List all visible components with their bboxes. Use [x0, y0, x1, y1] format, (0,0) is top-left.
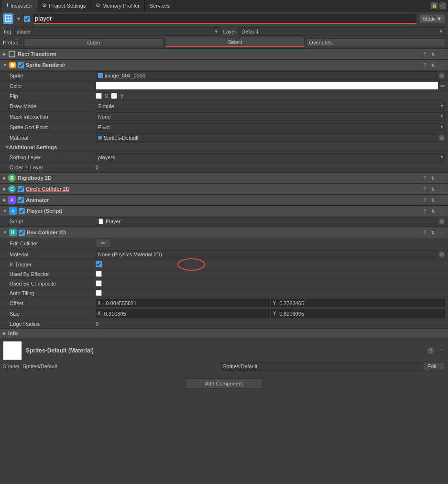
tab-project-settings[interactable]: ⚙ Project Settings — [37, 0, 91, 11]
prefab-overrides-select[interactable]: Overrides — [306, 38, 445, 47]
offset-x-input[interactable]: -0.004555821 — [103, 300, 270, 306]
circle-collider2d-help[interactable]: ? — [421, 186, 428, 192]
player-script-help[interactable]: ? — [421, 208, 428, 214]
static-button[interactable]: Static ▼ — [419, 14, 445, 23]
sprite-field[interactable]: image_004_0000 — [96, 71, 437, 79]
object-name-input[interactable]: player — [33, 14, 416, 24]
shader-edit-button[interactable]: Edit... — [423, 362, 445, 371]
offset-label: Offset — [10, 300, 96, 306]
rigidbody2d-help[interactable]: ? — [421, 175, 428, 181]
offset-y-input[interactable]: 0.2323465 — [278, 300, 445, 306]
bc-material-field[interactable]: None (Physics Material 2D) — [96, 250, 437, 258]
flip-y-checkbox[interactable] — [111, 93, 117, 99]
tab-lock-button[interactable]: 🔒 — [431, 2, 437, 9]
draw-mode-label: Draw Mode — [10, 103, 96, 109]
circle-collider2d-header[interactable]: ▶ C Circle Collider 2D ? ⇅ ⋮ — [0, 184, 448, 194]
sprite-renderer-help[interactable]: ? — [421, 62, 428, 68]
rigidbody2d-section: ▶ R Rigidbody 2D ? ⇅ ⋮ — [0, 172, 448, 183]
used-by-effector-checkbox[interactable] — [96, 271, 102, 277]
color-label: Color — [10, 83, 96, 89]
rect-transform-settings[interactable]: ⇅ — [430, 51, 437, 57]
sprite-select-button[interactable]: ◎ — [438, 72, 445, 79]
circle-collider2d-checkbox[interactable] — [18, 186, 24, 192]
color-field[interactable] — [96, 82, 438, 90]
sprite-sort-wrapper: Pivot ▼ — [96, 123, 445, 131]
sr-material-select-button[interactable]: ◎ — [438, 134, 445, 141]
tab-memory-profiler[interactable]: ⚙ Memory Profiler — [91, 0, 145, 11]
box-collider2d-header[interactable]: ▼ B Box Collider 2D ? ⇅ ⋮ — [0, 227, 448, 238]
animator-header[interactable]: ▶ A Animator ? ⇅ ⋮ — [0, 195, 448, 205]
shader-select[interactable]: Sprites/Default — [220, 363, 420, 371]
auto-tiling-row: Auto Tiling — [0, 288, 448, 298]
player-script-checkbox[interactable] — [19, 208, 25, 214]
additional-settings-header[interactable]: ▼ Additional Settings — [0, 143, 448, 152]
add-component-button[interactable]: Add Component — [186, 378, 263, 389]
sorting-layer-select[interactable]: players — [96, 153, 445, 161]
flip-row: Flip X Y — [0, 91, 448, 101]
object-header: ▼ player Static ▼ — [0, 11, 448, 26]
used-by-composite-checkbox[interactable] — [96, 280, 102, 286]
tab-services[interactable]: Services — [145, 0, 175, 11]
rigidbody2d-menu[interactable]: ⋮ — [438, 175, 445, 181]
rect-transform-menu[interactable]: ⋮ — [438, 51, 445, 57]
sr-material-field[interactable]: Sprites-Default — [96, 133, 437, 142]
draw-mode-wrapper: Simple ▼ — [96, 102, 445, 110]
draw-mode-select[interactable]: Simple — [96, 102, 445, 110]
tag-select[interactable]: player — [14, 27, 220, 36]
sprite-sort-select[interactable]: Pivot — [96, 123, 445, 131]
circle-collider2d-arrow: ▶ — [3, 187, 6, 191]
size-x-input[interactable]: 0.310805 — [103, 311, 270, 317]
layer-select[interactable]: Default — [239, 27, 445, 36]
prefab-select-button[interactable]: Select — [165, 38, 305, 47]
circle-collider2d-settings[interactable]: ⇅ — [430, 186, 437, 192]
animator-title: Animator — [26, 197, 419, 203]
edit-collider-row: Edit Collider ✏ — [0, 238, 448, 249]
animator-menu[interactable]: ⋮ — [438, 197, 445, 203]
player-script-header[interactable]: ▼ # Player (Script) ? ⇅ ⋮ — [0, 206, 448, 216]
edit-collider-button[interactable]: ✏ — [96, 239, 110, 248]
tab-inspector[interactable]: ℹ Inspector — [2, 0, 37, 11]
circle-collider2d-menu[interactable]: ⋮ — [438, 186, 445, 192]
object-active-checkbox[interactable] — [24, 16, 30, 22]
rect-transform-header[interactable]: ▶ Rect Transform ? ⇅ ⋮ — [0, 48, 448, 60]
auto-tiling-checkbox[interactable] — [96, 290, 102, 296]
animator-settings[interactable]: ⇅ — [430, 197, 437, 203]
material-menu[interactable]: ⋮ — [438, 347, 445, 354]
mask-interaction-row: Mask Interaction None ▼ — [0, 111, 448, 122]
script-icon: 📄 — [98, 219, 104, 224]
material-help-button[interactable]: ? — [427, 347, 435, 354]
animator-checkbox[interactable] — [18, 197, 24, 203]
player-script-menu[interactable]: ⋮ — [438, 208, 445, 214]
animator-help[interactable]: ? — [421, 197, 428, 203]
rigidbody2d-header[interactable]: ▶ R Rigidbody 2D ? ⇅ ⋮ — [0, 173, 448, 183]
object-expand-arrow[interactable]: ▼ — [16, 16, 21, 22]
is-trigger-checkbox[interactable] — [96, 261, 102, 267]
script-select-button[interactable]: ◎ — [438, 218, 445, 225]
sprite-renderer-menu[interactable]: ⋮ — [438, 62, 445, 68]
material-dot — [98, 136, 102, 140]
script-field[interactable]: 📄 Player — [96, 217, 437, 225]
tab-menu-button[interactable]: ⋮ — [439, 2, 446, 9]
box-collider2d-help[interactable]: ? — [421, 229, 428, 236]
sprite-renderer-settings[interactable]: ⇅ — [430, 62, 437, 68]
size-y-input[interactable]: 0.6206005 — [278, 311, 445, 317]
sprite-renderer-header[interactable]: ▼ Sprite Renderer ? ⇅ ⋮ — [0, 60, 448, 70]
flip-x-checkbox[interactable] — [96, 93, 102, 99]
rect-transform-help[interactable]: ? — [421, 51, 428, 57]
mask-interaction-select[interactable]: None — [96, 112, 445, 121]
player-script-settings[interactable]: ⇅ — [430, 208, 437, 214]
animator-section: ▶ A Animator ? ⇅ ⋮ — [0, 194, 448, 205]
color-edit-button[interactable]: ✏ — [440, 83, 445, 89]
box-collider2d-settings[interactable]: ⇅ — [430, 229, 437, 236]
edit-collider-label: Edit Collider — [10, 241, 96, 246]
circle-collider2d-title: Circle Collider 2D — [26, 186, 419, 192]
animator-icon: A — [8, 196, 16, 204]
edge-radius-row: Edge Radius 0 — [0, 319, 448, 329]
bc-material-select-button[interactable]: ◎ — [438, 251, 445, 258]
box-collider2d-menu[interactable]: ⋮ — [438, 229, 445, 236]
info-header[interactable]: ▶ Info — [0, 329, 448, 338]
sprite-renderer-checkbox[interactable] — [18, 62, 24, 68]
box-collider2d-checkbox[interactable] — [19, 230, 25, 236]
prefab-open-button[interactable]: Open — [24, 38, 164, 47]
rigidbody2d-settings[interactable]: ⇅ — [430, 175, 437, 181]
